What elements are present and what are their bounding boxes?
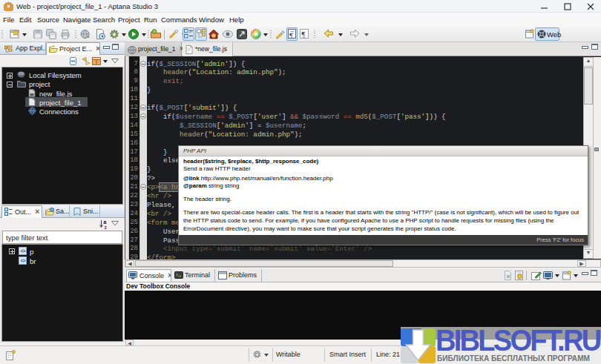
svg-text:a: a bbox=[104, 219, 107, 225]
svg-text:¶: ¶ bbox=[302, 30, 306, 39]
svg-text:¶: ¶ bbox=[289, 32, 292, 39]
svg-text:z: z bbox=[105, 225, 108, 229]
